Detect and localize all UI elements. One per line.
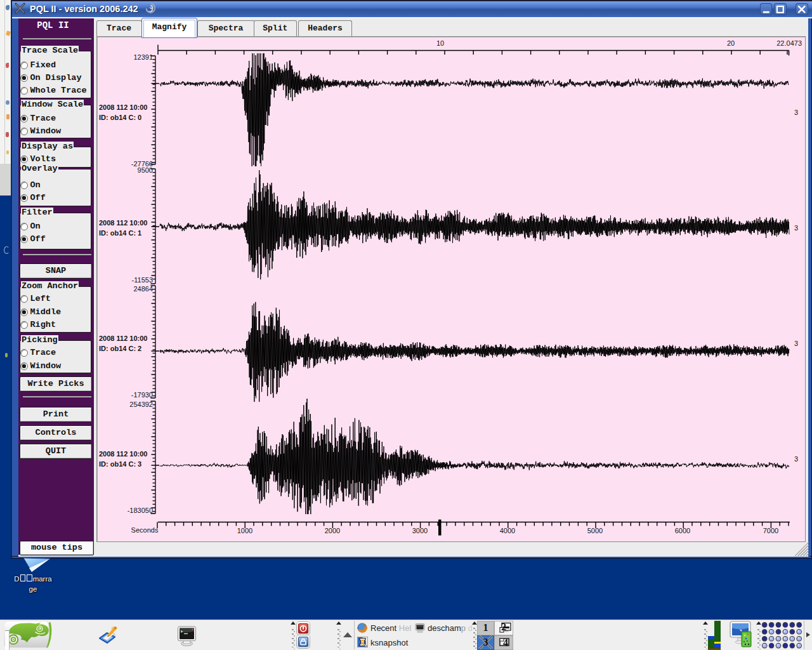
svg-text:ID: ob14 C: 3: ID: ob14 C: 3 <box>99 460 141 468</box>
svg-text:-17930: -17930 <box>131 391 153 399</box>
svg-text:1000: 1000 <box>237 527 252 534</box>
svg-text:-11553: -11553 <box>132 276 153 284</box>
svg-text:12391: 12391 <box>133 53 153 61</box>
svg-text:20: 20 <box>727 39 735 47</box>
svg-text:2008 112 10:00: 2008 112 10:00 <box>99 103 147 111</box>
svg-text:ID: ob14 C: 1: ID: ob14 C: 1 <box>99 229 141 237</box>
svg-text:5000: 5000 <box>587 527 603 534</box>
svg-text:9500: 9500 <box>138 166 153 174</box>
svg-text:2008 112 10:00: 2008 112 10:00 <box>99 335 147 342</box>
svg-text:3: 3 <box>794 340 798 347</box>
svg-text:254392: 254392 <box>129 401 153 408</box>
svg-text:3: 3 <box>794 224 798 232</box>
svg-text:6000: 6000 <box>675 527 690 534</box>
svg-text:-183050: -183050 <box>128 507 153 514</box>
svg-text:4000: 4000 <box>500 527 515 534</box>
svg-text:3: 3 <box>794 109 798 116</box>
svg-text:24864: 24864 <box>133 285 153 293</box>
svg-text:3: 3 <box>794 455 798 463</box>
svg-text:2008 112 10:00: 2008 112 10:00 <box>99 450 147 458</box>
svg-text:ID: ob14 C: 0: ID: ob14 C: 0 <box>99 114 141 121</box>
svg-text:2000: 2000 <box>325 527 340 534</box>
svg-text:22.0473: 22.0473 <box>776 39 802 47</box>
svg-text:ID: ob14 C: 2: ID: ob14 C: 2 <box>99 345 141 352</box>
svg-text:7000: 7000 <box>763 527 778 534</box>
svg-text:2008 112 10:00: 2008 112 10:00 <box>99 219 147 227</box>
svg-text:3000: 3000 <box>412 527 428 534</box>
svg-text:10: 10 <box>436 39 444 47</box>
svg-text:Seconds: Seconds <box>131 526 159 534</box>
